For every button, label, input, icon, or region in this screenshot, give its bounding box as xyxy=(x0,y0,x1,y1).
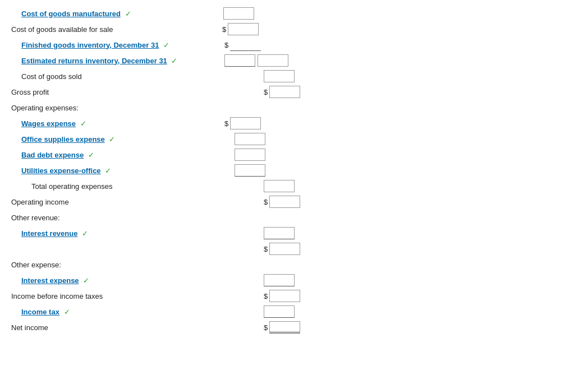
estimated-returns-input2[interactable] xyxy=(258,54,288,67)
income-tax-row: Income tax ✓ xyxy=(11,304,577,319)
finished-goods-link[interactable]: Finished goods inventory, December 31 xyxy=(21,41,159,49)
estimated-returns-col2 xyxy=(258,54,288,67)
net-income-label: Net income xyxy=(11,323,219,332)
interest-revenue-label: Interest revenue ✓ xyxy=(11,229,219,238)
bad-debt-link[interactable]: Bad debt expense xyxy=(21,151,84,159)
bad-debt-row: Bad debt expense ✓ xyxy=(11,147,577,163)
estimated-returns-row: Estimated returns inventory, December 31… xyxy=(11,53,577,68)
other-revenue-total-row: $ xyxy=(11,241,577,257)
estimated-returns-check: ✓ xyxy=(171,57,177,65)
other-revenue-header-label: Other revenue: xyxy=(11,214,219,222)
other-expense-header-row: Other expense: xyxy=(11,257,577,272)
income-tax-col2 xyxy=(264,305,295,318)
cost-goods-sold-input[interactable] xyxy=(264,70,295,82)
dollar-sign: $ xyxy=(264,292,268,300)
cost-goods-manufactured-col2 xyxy=(223,7,254,20)
utilities-link[interactable]: Utilities expense-office xyxy=(21,166,101,175)
interest-revenue-link[interactable]: Interest revenue xyxy=(21,229,77,238)
dollar-sign: $ xyxy=(264,323,268,332)
income-before-taxes-row: Income before income taxes $ xyxy=(11,288,577,304)
wages-expense-link[interactable]: Wages expense xyxy=(21,119,76,128)
operating-expenses-header-row: Operating expenses: xyxy=(11,100,577,115)
office-supplies-check: ✓ xyxy=(109,135,115,143)
dollar-sign: $ xyxy=(264,198,268,206)
utilities-check: ✓ xyxy=(105,166,111,175)
interest-expense-label: Interest expense ✓ xyxy=(11,276,219,285)
total-operating-input[interactable] xyxy=(264,180,295,192)
net-income-row: Net income $ xyxy=(11,319,577,335)
net-income-input[interactable] xyxy=(269,321,300,333)
utilities-input[interactable] xyxy=(235,164,265,177)
cost-goods-sold-row: Cost of goods sold xyxy=(11,68,577,84)
bad-debt-label: Bad debt expense ✓ xyxy=(11,151,219,159)
utilities-label: Utilities expense-office ✓ xyxy=(11,166,219,175)
cost-goods-available-input[interactable] xyxy=(228,23,259,35)
other-revenue-total-col2: $ xyxy=(264,243,300,255)
estimated-returns-col1 xyxy=(224,54,255,67)
utilities-row: Utilities expense-office ✓ xyxy=(11,163,577,178)
operating-income-input[interactable] xyxy=(269,196,300,208)
interest-expense-row: Interest expense ✓ xyxy=(11,272,577,288)
office-supplies-row: Office supplies expense ✓ xyxy=(11,131,577,147)
dollar-sign: $ xyxy=(222,25,226,34)
dollar-sign: $ xyxy=(264,88,268,96)
bad-debt-check: ✓ xyxy=(88,151,94,159)
wages-expense-input[interactable] xyxy=(230,117,261,129)
other-revenue-header-row: Other revenue: xyxy=(11,210,577,225)
estimated-returns-input1[interactable] xyxy=(224,54,255,67)
income-before-taxes-input[interactable] xyxy=(269,290,300,302)
bad-debt-col1 xyxy=(235,149,265,161)
other-expense-header-label: Other expense: xyxy=(11,261,219,269)
finished-goods-col1: $ xyxy=(224,39,261,51)
cost-goods-available-label: Cost of goods available for sale xyxy=(11,25,219,34)
office-supplies-link[interactable]: Office supplies expense xyxy=(21,135,105,143)
wages-expense-col1: $ xyxy=(224,117,261,129)
cost-goods-manufactured-check: ✓ xyxy=(125,10,131,18)
income-before-taxes-label: Income before income taxes xyxy=(11,292,219,300)
wages-expense-row: Wages expense ✓ $ xyxy=(11,115,577,131)
interest-revenue-row: Interest revenue ✓ xyxy=(11,225,577,241)
interest-revenue-check: ✓ xyxy=(82,229,88,238)
gross-profit-label: Gross profit xyxy=(11,88,219,96)
dollar-sign: $ xyxy=(224,41,228,49)
office-supplies-input[interactable] xyxy=(235,133,265,145)
other-revenue-total-input[interactable] xyxy=(269,243,300,255)
interest-expense-col2 xyxy=(264,274,295,286)
cost-goods-sold-col2 xyxy=(264,70,295,82)
income-tax-input[interactable] xyxy=(264,305,295,318)
interest-expense-link[interactable]: Interest expense xyxy=(21,276,79,285)
interest-expense-input[interactable] xyxy=(264,274,295,286)
gross-profit-row: Gross profit $ xyxy=(11,84,577,100)
gross-profit-col2: $ xyxy=(264,86,300,98)
cost-goods-manufactured-input[interactable] xyxy=(223,7,254,20)
cost-goods-manufactured-link[interactable]: Cost of goods manufactured xyxy=(21,10,121,18)
operating-income-row: Operating income $ xyxy=(11,194,577,210)
cost-goods-manufactured-row: Cost of goods manufactured ✓ xyxy=(11,6,577,21)
finished-goods-label: Finished goods inventory, December 31 ✓ xyxy=(11,41,219,49)
income-tax-check: ✓ xyxy=(64,308,70,316)
interest-revenue-input[interactable] xyxy=(264,227,295,239)
wages-expense-check: ✓ xyxy=(80,119,86,128)
finished-goods-row: Finished goods inventory, December 31 ✓ … xyxy=(11,37,577,53)
finished-goods-input[interactable] xyxy=(230,39,261,51)
total-operating-row: Total operating expenses xyxy=(11,178,577,194)
operating-income-label: Operating income xyxy=(11,198,219,206)
income-tax-link[interactable]: Income tax xyxy=(21,308,59,316)
cost-goods-manufactured-label: Cost of goods manufactured ✓ xyxy=(11,10,219,18)
dollar-sign: $ xyxy=(264,245,268,253)
wages-expense-label: Wages expense ✓ xyxy=(11,119,219,128)
estimated-returns-link[interactable]: Estimated returns inventory, December 31 xyxy=(21,57,167,65)
total-operating-col2 xyxy=(264,180,295,192)
bad-debt-input[interactable] xyxy=(235,149,265,161)
net-income-col2: $ xyxy=(264,321,300,333)
utilities-col1 xyxy=(235,164,265,177)
gross-profit-input[interactable] xyxy=(269,86,300,98)
office-supplies-label: Office supplies expense ✓ xyxy=(11,135,219,143)
operating-income-col2: $ xyxy=(264,196,300,208)
cost-goods-available-row: Cost of goods available for sale $ xyxy=(11,21,577,37)
finished-goods-check: ✓ xyxy=(163,41,169,49)
operating-expenses-header-label: Operating expenses: xyxy=(11,104,219,112)
dollar-sign: $ xyxy=(224,119,228,128)
interest-revenue-col2 xyxy=(264,227,295,239)
cost-goods-available-col2: $ xyxy=(222,23,259,35)
